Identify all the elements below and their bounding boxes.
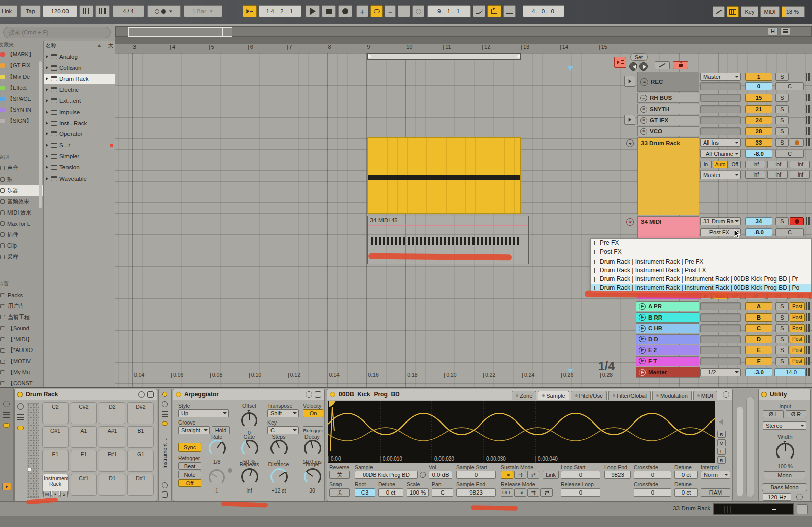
arm-button[interactable] bbox=[790, 138, 804, 147]
punch-out-button[interactable] bbox=[412, 5, 424, 17]
ramp-button[interactable] bbox=[503, 5, 516, 17]
menu-item[interactable]: Post FX bbox=[591, 248, 811, 256]
phase-right-button[interactable]: Ø R bbox=[786, 410, 806, 418]
sampler-tab[interactable]: Modulation bbox=[652, 391, 692, 400]
release-loop-field[interactable]: 0 bbox=[561, 488, 600, 497]
cue-out-chooser[interactable]: 1/2 bbox=[700, 368, 741, 376]
pan-value[interactable]: C bbox=[775, 150, 804, 158]
device-list-item[interactable]: Inst...Rack bbox=[44, 118, 115, 129]
place-item[interactable]: 【*MIDI】 bbox=[0, 334, 43, 345]
phase-left-button[interactable]: Ø L bbox=[763, 410, 784, 418]
pad-view-icon[interactable] bbox=[3, 423, 10, 428]
pre-post-toggle[interactable]: Post bbox=[790, 357, 805, 365]
unfold-track-button[interactable] bbox=[624, 115, 635, 125]
sample-hot-swap-icon[interactable] bbox=[420, 472, 426, 478]
track-row-master[interactable]: Master 1/2 -3.0 -14.0 bbox=[611, 367, 812, 378]
category-item[interactable]: 乐器 bbox=[0, 185, 43, 196]
device-list-item[interactable]: Ext...ent bbox=[44, 95, 115, 107]
sample-end-field[interactable]: 9823 bbox=[456, 488, 496, 497]
track-number[interactable]: 15 bbox=[745, 94, 772, 102]
disclosure-arrow-icon[interactable] bbox=[46, 121, 48, 125]
return-track-row[interactable]: E 2 E S Post bbox=[611, 345, 812, 355]
track-row-rhbus[interactable]: ≡ RH BUS 15 S bbox=[611, 93, 812, 103]
offset-knob[interactable] bbox=[241, 412, 257, 429]
snap-button[interactable]: 关 bbox=[329, 488, 350, 497]
send-f-value[interactable]: -inf bbox=[790, 171, 810, 179]
nudge-down-button[interactable] bbox=[79, 5, 93, 17]
drum-pad[interactable]: C2 bbox=[42, 402, 69, 424]
punch-in-button[interactable] bbox=[398, 5, 410, 17]
repeats-knob[interactable] bbox=[241, 468, 258, 485]
sampler-titlebar[interactable]: 00DB_Kick_Prog_BD Zone Sample Pitch/Osc bbox=[327, 389, 732, 400]
overview-viewport-box[interactable] bbox=[128, 27, 232, 37]
disclosure-arrow-icon[interactable] bbox=[46, 177, 48, 180]
drum-pad[interactable]: B1 bbox=[127, 426, 154, 448]
device-scrollbar-1[interactable] bbox=[737, 407, 743, 496]
disclosure-arrow-icon[interactable] bbox=[46, 132, 48, 136]
place-item[interactable]: 【*AUDIO bbox=[0, 345, 43, 356]
monitor-auto-button[interactable]: Auto bbox=[713, 293, 728, 299]
loop-start-handle[interactable] bbox=[368, 54, 374, 58]
category-item[interactable]: MIDI 效果 bbox=[0, 207, 43, 218]
device-scrollbar-2[interactable] bbox=[746, 397, 754, 497]
drum-pad[interactable]: C#2 bbox=[71, 402, 97, 424]
device-list-item[interactable]: Electric bbox=[44, 84, 115, 95]
return-track-row[interactable]: C HR C S Post bbox=[611, 323, 812, 333]
device-list-item[interactable]: Simpler bbox=[44, 151, 115, 162]
collection-item[interactable]: 【Effect bbox=[0, 82, 43, 93]
track-name-cell[interactable]: ≡ VCO bbox=[637, 126, 699, 136]
track-row-gtifx[interactable]: ≡ GT IFX 24 S bbox=[611, 115, 812, 125]
track-row-midi34[interactable]: 34 MIDI 33-Drum Ra 34 S - Post FX -8.0 C bbox=[611, 216, 812, 238]
drum-pad[interactable]: D#1 bbox=[127, 474, 154, 496]
send-a-value[interactable]: -inf bbox=[745, 161, 765, 168]
forward-arrow-button[interactable] bbox=[639, 62, 648, 71]
release-fwd-button[interactable]: ⇥ bbox=[514, 488, 526, 497]
browser-search[interactable]: 搜索 (Cmd + F) bbox=[3, 27, 111, 38]
bass-mono-button[interactable]: Bass Mono bbox=[762, 483, 807, 491]
follow-button[interactable] bbox=[243, 5, 257, 17]
output-routing-chooser[interactable]: Master bbox=[700, 73, 741, 81]
track-number[interactable]: 24 bbox=[745, 116, 772, 124]
reverse-button[interactable]: 关 bbox=[329, 471, 350, 479]
loop-button[interactable] bbox=[487, 5, 501, 17]
pre-post-toggle[interactable]: Post bbox=[790, 302, 805, 310]
return-letter[interactable]: D bbox=[745, 335, 772, 343]
zoom-button[interactable]: R bbox=[717, 456, 726, 464]
volume-value[interactable]: -8.0 bbox=[745, 150, 772, 158]
arp-titlebar[interactable]: Arpeggiator bbox=[173, 389, 324, 400]
routing-field[interactable] bbox=[700, 346, 741, 354]
disclosure-arrow-icon[interactable] bbox=[46, 99, 48, 103]
solo-button[interactable]: S bbox=[775, 73, 789, 81]
midi-clip[interactable]: 34-MIDI 45 bbox=[367, 216, 529, 264]
input-routing-chooser[interactable]: All Ins bbox=[700, 138, 741, 147]
disclosure-arrow-icon[interactable] bbox=[46, 111, 48, 114]
track-name-cell[interactable]: ≡ GT IFX bbox=[637, 115, 699, 125]
pre-post-toggle[interactable]: Post bbox=[790, 324, 805, 332]
device-list-item[interactable]: Analog bbox=[44, 51, 115, 62]
distance-knob[interactable] bbox=[270, 468, 288, 485]
scroll-marker-icon[interactable] bbox=[716, 419, 723, 425]
midi-overdub-button[interactable] bbox=[370, 5, 383, 17]
nudge-up-button[interactable] bbox=[95, 5, 110, 17]
collection-item[interactable]: 【Mix De bbox=[0, 72, 43, 83]
pad-mute-button[interactable]: M bbox=[43, 491, 51, 497]
pads-icon[interactable] bbox=[162, 421, 168, 426]
automation-mode-button[interactable] bbox=[655, 61, 670, 69]
drum-pad[interactable]: D2 bbox=[99, 402, 125, 424]
hot-swap-icon[interactable] bbox=[3, 401, 10, 407]
pad-overview[interactable] bbox=[27, 403, 39, 498]
pad-solo-button[interactable]: S bbox=[60, 491, 68, 497]
return-name-cell[interactable]: B RR bbox=[636, 312, 699, 323]
utility-titlebar[interactable]: Utility bbox=[759, 389, 810, 400]
monitor-in-button[interactable]: In bbox=[700, 293, 712, 299]
follow-playback-button[interactable] bbox=[614, 57, 626, 68]
track-number[interactable]: 33 bbox=[745, 138, 772, 147]
target-knob[interactable] bbox=[304, 468, 321, 485]
sampler-tab[interactable]: MIDI bbox=[693, 391, 717, 400]
master-meter-value[interactable]: -14.0 bbox=[774, 368, 806, 376]
key-map-button[interactable]: Key bbox=[741, 6, 758, 17]
send-value[interactable]: -inf bbox=[745, 293, 765, 299]
category-item[interactable]: Max for L bbox=[0, 218, 43, 229]
style-chooser[interactable]: Up bbox=[178, 409, 229, 417]
drum-pad[interactable]: C#1 bbox=[71, 474, 97, 496]
